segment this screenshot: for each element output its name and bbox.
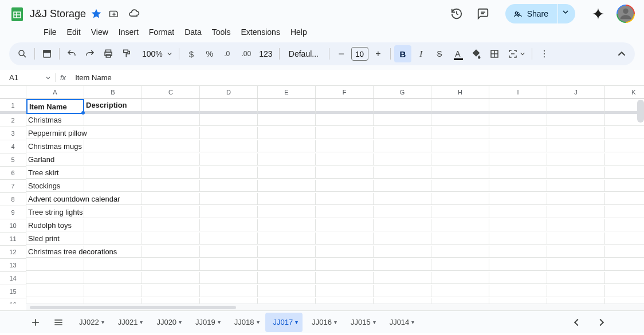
- cell-B5[interactable]: [84, 153, 142, 165]
- cell-C13[interactable]: [142, 259, 200, 271]
- cell-C11[interactable]: [142, 232, 200, 245]
- row-header-15[interactable]: 15: [0, 285, 26, 298]
- cell-I4[interactable]: [489, 140, 547, 152]
- cell-B3[interactable]: [84, 127, 142, 139]
- cell-A15[interactable]: [26, 285, 84, 297]
- cell-J2[interactable]: [547, 114, 605, 126]
- cell-I7[interactable]: [489, 180, 547, 192]
- cell-H13[interactable]: [431, 259, 489, 271]
- cell-J8[interactable]: [547, 193, 605, 205]
- row-header-8[interactable]: 8: [0, 193, 26, 206]
- cell-J16[interactable]: [547, 298, 605, 304]
- cell-J10[interactable]: [547, 219, 605, 231]
- cell-B11[interactable]: [84, 232, 142, 245]
- cell-K14[interactable]: [605, 272, 644, 284]
- cell-D5[interactable]: [200, 153, 258, 165]
- cell-I13[interactable]: [489, 259, 547, 271]
- cell-H6[interactable]: [431, 167, 489, 179]
- bold-button[interactable]: B: [394, 45, 411, 62]
- cell-G9[interactable]: [374, 206, 431, 218]
- cell-E1[interactable]: [258, 99, 316, 114]
- cell-A5[interactable]: Garland: [26, 153, 84, 165]
- menu-file[interactable]: File: [39, 25, 61, 39]
- cell-A9[interactable]: Tree string lights: [26, 206, 84, 218]
- col-header-K[interactable]: K: [605, 86, 644, 99]
- row-header-12[interactable]: 12: [0, 246, 26, 259]
- cell-B12[interactable]: [84, 246, 142, 258]
- row-header-1[interactable]: 1: [0, 99, 26, 114]
- cell-C3[interactable]: [142, 127, 200, 139]
- borders-button[interactable]: [486, 45, 503, 62]
- name-box[interactable]: A1: [5, 73, 50, 82]
- cell-H16[interactable]: [431, 298, 489, 304]
- cell-K10[interactable]: [605, 219, 644, 231]
- cell-C5[interactable]: [142, 153, 200, 165]
- cell-D3[interactable]: [200, 127, 258, 139]
- cell-I15[interactable]: [489, 285, 547, 297]
- cell-D8[interactable]: [200, 193, 258, 205]
- percent-icon[interactable]: %: [201, 45, 218, 62]
- cell-I12[interactable]: [489, 246, 547, 258]
- sheets-logo[interactable]: [9, 3, 25, 24]
- cell-G3[interactable]: [374, 127, 431, 139]
- cell-B2[interactable]: [84, 114, 142, 126]
- sheet-tab-JJ021[interactable]: JJ021▾: [110, 313, 148, 332]
- cell-C14[interactable]: [142, 272, 200, 284]
- cell-J13[interactable]: [547, 259, 605, 271]
- cell-D9[interactable]: [200, 206, 258, 218]
- cell-G7[interactable]: [374, 180, 431, 192]
- sheet-tab-JJ020[interactable]: JJ020▾: [148, 313, 186, 332]
- select-all-corner[interactable]: [0, 86, 26, 99]
- cell-I8[interactable]: [489, 193, 547, 205]
- cell-K8[interactable]: [605, 193, 644, 205]
- cell-E7[interactable]: [258, 180, 316, 192]
- cell-D7[interactable]: [200, 180, 258, 192]
- filter-views-icon[interactable]: [38, 45, 56, 62]
- cell-F7[interactable]: [316, 180, 374, 192]
- chevron-down-icon[interactable]: ▾: [101, 319, 104, 325]
- font-size-input[interactable]: 10: [351, 47, 368, 61]
- cell-I1[interactable]: [489, 99, 547, 114]
- cell-C15[interactable]: [142, 285, 200, 297]
- cell-F11[interactable]: [316, 232, 374, 245]
- cell-G13[interactable]: [374, 259, 431, 271]
- cell-K3[interactable]: [605, 127, 644, 139]
- paint-format-icon[interactable]: [118, 45, 135, 62]
- cell-H15[interactable]: [431, 285, 489, 297]
- cell-A16[interactable]: [26, 298, 84, 304]
- cell-H9[interactable]: [431, 206, 489, 218]
- cell-G4[interactable]: [374, 140, 431, 152]
- increase-decimal-icon[interactable]: .00: [238, 45, 255, 62]
- cell-F6[interactable]: [316, 167, 374, 179]
- chevron-down-icon[interactable]: ▾: [411, 319, 414, 325]
- cell-G16[interactable]: [374, 298, 431, 304]
- vertical-scrollbar[interactable]: [637, 100, 644, 123]
- cell-K4[interactable]: [605, 140, 644, 152]
- strikethrough-button[interactable]: S: [431, 45, 448, 62]
- cell-B1[interactable]: Description: [84, 99, 142, 114]
- horizontal-scrollbar[interactable]: [26, 304, 644, 310]
- formula-input[interactable]: Item Name: [70, 73, 639, 82]
- cell-E14[interactable]: [258, 272, 316, 284]
- sheet-tab-JJ019[interactable]: JJ019▾: [187, 313, 225, 332]
- cell-I5[interactable]: [489, 153, 547, 165]
- cell-G6[interactable]: [374, 167, 431, 179]
- cell-C7[interactable]: [142, 180, 200, 192]
- gemini-icon[interactable]: [591, 7, 605, 21]
- cell-J4[interactable]: [547, 140, 605, 152]
- italic-button[interactable]: I: [413, 45, 430, 62]
- row-header-9[interactable]: 9: [0, 206, 26, 219]
- cell-F14[interactable]: [316, 272, 374, 284]
- cell-E3[interactable]: [258, 127, 316, 139]
- cell-G15[interactable]: [374, 285, 431, 297]
- cell-A6[interactable]: Tree skirt: [26, 167, 84, 179]
- cell-I16[interactable]: [489, 298, 547, 304]
- cell-B4[interactable]: [84, 140, 142, 152]
- menu-format[interactable]: Format: [144, 25, 179, 39]
- cell-A2[interactable]: Christmas: [26, 114, 84, 126]
- document-title[interactable]: J&J Storage: [30, 8, 86, 20]
- col-header-F[interactable]: F: [316, 86, 374, 99]
- cell-H8[interactable]: [431, 193, 489, 205]
- col-header-A[interactable]: A: [26, 86, 84, 99]
- menu-insert[interactable]: Insert: [114, 25, 143, 39]
